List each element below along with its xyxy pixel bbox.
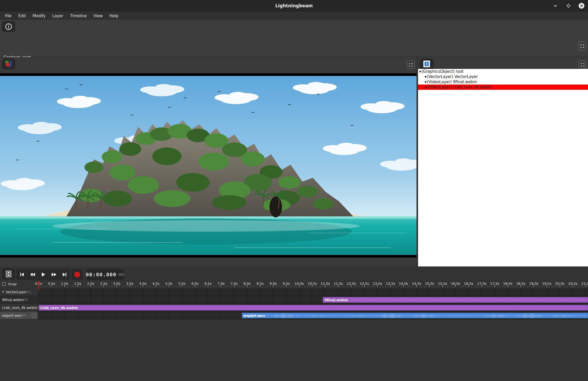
ruler-major-tick xyxy=(364,285,365,287)
ruler-major-tick xyxy=(51,285,52,287)
fullscreen-icon xyxy=(581,63,585,67)
layer-label-row[interactable]: ▼VectorLayer[L] xyxy=(0,288,38,296)
stage-panel xyxy=(0,57,416,266)
video-frame-island xyxy=(0,73,416,258)
record-button[interactable] xyxy=(71,269,83,280)
layer-label-row[interactable]: export.wav[A]- xyxy=(0,312,38,319)
ruler-minor-tick xyxy=(440,286,440,287)
close-button[interactable] xyxy=(578,2,585,9)
fast-forward-button[interactable] xyxy=(48,269,59,280)
tree-item[interactable]: ▼(VectorLayer) VectorLayer xyxy=(418,74,588,79)
ruler-major-tick xyxy=(143,285,143,287)
ruler-major-tick xyxy=(312,285,313,287)
ruler-minor-tick xyxy=(252,286,253,287)
ruler-minor-tick xyxy=(75,286,75,287)
ruler-minor-tick xyxy=(492,286,492,287)
menu-edit[interactable]: Edit xyxy=(16,13,28,19)
tree-item[interactable]: ▼(GraphicsObject) root xyxy=(418,69,588,74)
ruler-minor-tick xyxy=(531,286,531,287)
ruler-minor-tick xyxy=(187,286,187,287)
expander-triangle-icon: ▼ xyxy=(419,70,421,73)
menu-view[interactable]: View xyxy=(91,13,105,19)
ruler-minor-tick xyxy=(539,286,539,287)
ruler-minor-tick xyxy=(203,286,203,287)
ruler-minor-tick xyxy=(158,286,159,287)
layer-checkbox[interactable]: - xyxy=(32,313,36,317)
menu-file[interactable]: File xyxy=(3,13,14,19)
playhead[interactable] xyxy=(36,281,41,291)
info-panel: Context: root Selected Object xyxy=(0,20,588,57)
menu-modify[interactable]: Modify xyxy=(30,13,48,19)
ruler-minor-tick xyxy=(333,286,333,287)
ruler-major-tick xyxy=(455,285,456,287)
menu-layer[interactable]: Layer xyxy=(50,13,66,19)
ruler-minor-tick xyxy=(229,286,229,287)
ruler-minor-tick xyxy=(406,286,406,287)
ruler-minor-tick xyxy=(330,286,331,287)
ruler-minor-tick xyxy=(72,286,73,287)
ruler-minor-tick xyxy=(516,286,516,287)
snap-checkbox[interactable] xyxy=(2,282,6,286)
ruler-minor-tick xyxy=(101,286,101,287)
tree-item-label: (GraphicsObject) root xyxy=(421,69,464,74)
time-display: 00:00.000 SEC xyxy=(86,269,124,280)
expander-triangle-icon: ▼ xyxy=(425,75,427,78)
stage-panel-tab[interactable] xyxy=(2,58,15,69)
ruler-major-tick xyxy=(117,285,117,287)
tree-panel-tab[interactable]: ? xyxy=(420,58,433,69)
timeline-panel-tab[interactable] xyxy=(2,268,15,280)
menu-help[interactable]: Help xyxy=(107,13,121,19)
timeline-clip-audio[interactable]: export.wav xyxy=(242,313,588,318)
ruler-minor-tick xyxy=(422,286,422,287)
tree-item[interactable]: ▼(VideoLayer) crab_rave_4k.webm xyxy=(418,85,588,90)
timeline-clip-video[interactable]: 9final.webm xyxy=(323,297,588,303)
ruler-minor-tick xyxy=(432,286,432,287)
tree-item-label: (VideoLayer) crab_rave_4k.webm xyxy=(427,85,492,90)
ruler-minor-tick xyxy=(328,286,328,287)
minimize-button[interactable] xyxy=(552,2,559,9)
ruler-minor-tick xyxy=(83,286,83,287)
info-panel-tab[interactable] xyxy=(2,21,15,32)
ruler-minor-tick xyxy=(172,286,172,287)
ruler-major-tick xyxy=(234,285,234,287)
ruler-minor-tick xyxy=(268,286,268,287)
ruler-minor-tick xyxy=(310,286,310,287)
menu-timeline[interactable]: Timeline xyxy=(68,13,89,19)
timeline-clip-video[interactable]: crab_rave_4k.webm xyxy=(39,305,588,311)
ruler-minor-tick xyxy=(244,286,245,287)
maximize-button[interactable] xyxy=(565,2,572,9)
ruler-major-tick xyxy=(247,285,247,287)
tree-panel-fullscreen-button[interactable] xyxy=(579,61,586,69)
skip-start-button[interactable] xyxy=(16,269,27,280)
skip-end-button[interactable] xyxy=(59,269,70,280)
ruler-minor-tick xyxy=(536,286,537,287)
rewind-button[interactable] xyxy=(27,269,38,280)
ruler-minor-tick xyxy=(211,286,211,287)
ruler-minor-tick xyxy=(510,286,511,287)
info-panel-fullscreen-button[interactable] xyxy=(578,41,586,50)
ruler-minor-tick xyxy=(284,286,284,287)
clip-label: crab_rave_4k.webm xyxy=(39,306,78,310)
ruler-minor-tick xyxy=(127,286,127,287)
tree-item[interactable]: ▼(VideoLayer) 9final.webm xyxy=(418,79,588,85)
app-window: Lightningbeam FileEditModifyLayerTimelin… xyxy=(0,0,588,381)
ruler-minor-tick xyxy=(555,286,555,287)
time-unit-label: SEC xyxy=(118,273,124,276)
ruler-major-tick xyxy=(64,285,65,287)
layer-label-row[interactable]: crab_rave_4k.webm[M] xyxy=(0,304,38,312)
ruler-minor-tick xyxy=(179,286,180,287)
ruler-minor-tick xyxy=(54,286,54,287)
stage-canvas[interactable] xyxy=(0,73,416,258)
timeline-ruler[interactable]: 0.0s0.5s1.0s1.5s2.0s2.5s3.0s3.5s4.0s4.5s… xyxy=(0,281,588,287)
ruler-minor-tick xyxy=(552,286,552,287)
play-button[interactable] xyxy=(38,269,48,280)
expander-triangle-icon: ▼ xyxy=(425,86,427,89)
ruler-minor-tick xyxy=(359,286,359,287)
ruler-minor-tick xyxy=(424,286,425,287)
layer-label-row[interactable]: 9final.webm[S] xyxy=(0,296,38,304)
ruler-minor-tick xyxy=(419,286,419,287)
object-tree-panel: ? ▼(GraphicsObject) root▼(VectorLayer) V… xyxy=(418,57,588,266)
ruler-minor-tick xyxy=(570,286,571,287)
stage-fullscreen-button[interactable] xyxy=(407,61,415,69)
layer-expander-icon[interactable]: ▼ xyxy=(2,290,4,293)
